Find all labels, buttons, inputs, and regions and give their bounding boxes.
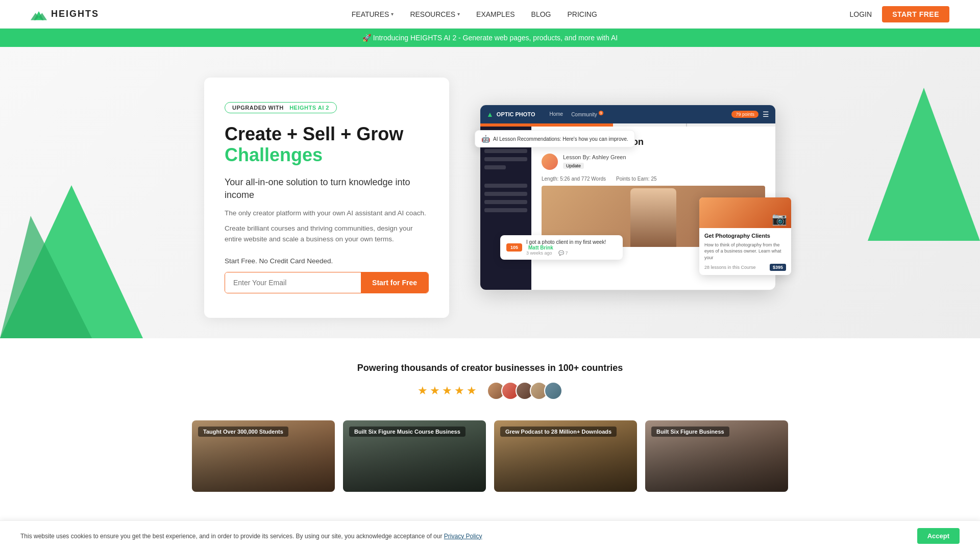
app-topbar-nav: Home Community 9 <box>549 111 603 117</box>
nav-links: FEATURES ▾ RESOURCES ▾ EXAMPLES BLOG PRI… <box>352 10 597 18</box>
resources-chevron-icon: ▾ <box>457 11 460 17</box>
course-card-desc: How to think of photography from the eye… <box>704 242 786 261</box>
sidebar-spacer <box>484 173 527 184</box>
lesson-status-badge: Update <box>563 163 584 169</box>
sidebar-item-8 <box>484 200 527 204</box>
app-logo-icon: ▲ <box>486 110 494 118</box>
hero-title-line1: Create + Sell + Grow <box>225 123 429 144</box>
lesson-info: Lesson By: Ashley Green Update <box>542 154 765 170</box>
logo-text: HEIGHTS <box>51 9 99 19</box>
progress-marker <box>686 123 687 127</box>
announcement-bar: 🚀 Introducing HEIGHTS AI 2 - Generate we… <box>0 29 980 47</box>
lesson-author-avatar <box>542 154 558 170</box>
course-card-title: Get Photography Clients <box>704 232 786 239</box>
comment-replies-count: 💬 7 <box>558 251 568 256</box>
star-3: ★ <box>442 384 452 397</box>
app-nav-community: Community 9 <box>571 111 603 117</box>
hero-badge: UPGRADED WITH HEIGHTS AI 2 <box>225 102 337 113</box>
nav-right: LOGIN START FREE <box>850 6 949 22</box>
course-card-body: Get Photography Clients How to think of … <box>699 228 791 275</box>
lesson-length: Length: 5:26 and 772 Words <box>542 176 606 182</box>
app-sidebar <box>480 127 531 290</box>
testimonial-label-2: Built Six Figure Music Course Business <box>349 427 465 437</box>
star-4: ★ <box>454 384 464 397</box>
navbar: HEIGHTS FEATURES ▾ RESOURCES ▾ EXAMPLES … <box>0 0 980 29</box>
testimonial-label-4: Built Six Figure Business <box>651 427 729 437</box>
app-nav-home: Home <box>549 111 563 117</box>
course-lessons: 28 lessons in this Course <box>704 265 756 270</box>
testimonial-card-3: Grew Podcast to 28 Million+ Downloads <box>494 420 637 492</box>
svg-marker-4 <box>0 216 92 338</box>
email-input[interactable] <box>225 272 361 293</box>
hero-title-line2: Challenges <box>225 144 429 165</box>
nav-examples[interactable]: EXAMPLES <box>476 10 514 18</box>
sidebar-item-7 <box>484 192 527 196</box>
stars-row: ★ ★ ★ ★ ★ <box>31 382 949 400</box>
course-card-image: 📷 <box>699 197 791 228</box>
comment-likes-count: 105 <box>506 243 522 252</box>
sidebar-item-6 <box>484 184 527 188</box>
nav-pricing[interactable]: PRICING <box>567 10 597 18</box>
hero-desc2: Create brilliant courses and thriving co… <box>225 223 429 245</box>
comment-bubble: 105 I got a photo client in my first wee… <box>500 235 623 260</box>
hero-screenshot: ▲ OPTIC PHOTO Home Community 9 79 points… <box>480 105 776 290</box>
nav-resources[interactable]: RESOURCES ▾ <box>410 10 460 18</box>
sidebar-item-4 <box>484 157 527 161</box>
comment-meta: 3 weeks ago 💬 7 <box>526 251 617 256</box>
logo-icon <box>31 7 47 21</box>
hero-section: UPGRADED WITH HEIGHTS AI 2 Create + Sell… <box>0 47 980 338</box>
testimonial-card-4: Built Six Figure Business <box>645 420 788 492</box>
app-name: OPTIC PHOTO <box>497 111 535 117</box>
mountain-left-decoration <box>0 175 143 338</box>
person-silhouette <box>630 188 676 247</box>
hero-subtitle: Your all-in-one solution to turn knowled… <box>225 176 429 202</box>
course-card-footer: 28 lessons in this Course $395 <box>704 264 786 271</box>
avatar-5 <box>544 382 562 400</box>
comment-content: I got a photo client in my first week! M… <box>526 239 617 256</box>
sidebar-item-9 <box>484 208 527 212</box>
star-2: ★ <box>430 384 440 397</box>
app-logo-area: ▲ OPTIC PHOTO <box>486 110 535 118</box>
testimonial-label-1: Taught Over 300,000 Students <box>198 427 288 437</box>
hero-desc1: The only creator platform with your own … <box>225 208 429 219</box>
community-badge: 9 <box>599 111 604 115</box>
nav-features[interactable]: FEATURES ▾ <box>352 10 394 18</box>
start-free-nav-button[interactable]: START FREE <box>882 6 949 22</box>
ai-icon: 🤖 <box>481 135 490 143</box>
mountain-right-decoration <box>868 88 980 241</box>
course-price: $395 <box>770 264 786 271</box>
lesson-author-name: Lesson By: Ashley Green Update <box>563 154 626 169</box>
app-topbar-right: 79 points ☰ <box>731 110 769 118</box>
features-chevron-icon: ▾ <box>391 11 394 17</box>
course-card-overlay: 📷 Get Photography Clients How to think o… <box>699 197 791 275</box>
social-proof-title: Powering thousands of creator businesses… <box>31 363 949 373</box>
star-rating: ★ ★ ★ ★ ★ <box>418 384 477 397</box>
star-1: ★ <box>418 384 428 397</box>
logo[interactable]: HEIGHTS <box>31 7 99 21</box>
hero-free-text: Start Free. No Credit Card Needed. <box>225 257 429 265</box>
ai-recommendation-bubble: 🤖 AI Lesson Recommendations: Here's how … <box>475 130 635 147</box>
login-button[interactable]: LOGIN <box>850 10 872 18</box>
lesson-progress-fill <box>480 123 613 127</box>
lesson-points: Points to Earn: 25 <box>616 176 657 182</box>
app-menu-icon: ☰ <box>763 110 769 118</box>
avatar-group <box>487 382 562 400</box>
points-badge: 79 points <box>731 111 758 118</box>
sidebar-item-3 <box>484 149 527 153</box>
hero-inner: UPGRADED WITH HEIGHTS AI 2 Create + Sell… <box>184 78 796 318</box>
svg-marker-5 <box>868 88 980 241</box>
hero-form: Start for Free <box>225 272 429 293</box>
app-topbar: ▲ OPTIC PHOTO Home Community 9 79 points… <box>480 105 775 123</box>
testimonials-row: Taught Over 300,000 Students Built Six F… <box>0 420 980 512</box>
lesson-meta: Length: 5:26 and 772 Words Points to Ear… <box>542 176 765 182</box>
hero-card: UPGRADED WITH HEIGHTS AI 2 Create + Sell… <box>204 78 449 318</box>
star-5: ★ <box>467 384 477 397</box>
camera-icon: 📷 <box>772 212 787 226</box>
lesson-progress-bar <box>480 123 775 127</box>
sidebar-item-5 <box>484 165 506 169</box>
svg-marker-3 <box>0 185 143 338</box>
nav-blog[interactable]: BLOG <box>531 10 551 18</box>
testimonial-card-1: Taught Over 300,000 Students <box>192 420 335 492</box>
testimonial-label-3: Grew Podcast to 28 Million+ Downloads <box>500 427 617 437</box>
start-free-button[interactable]: Start for Free <box>361 272 428 293</box>
